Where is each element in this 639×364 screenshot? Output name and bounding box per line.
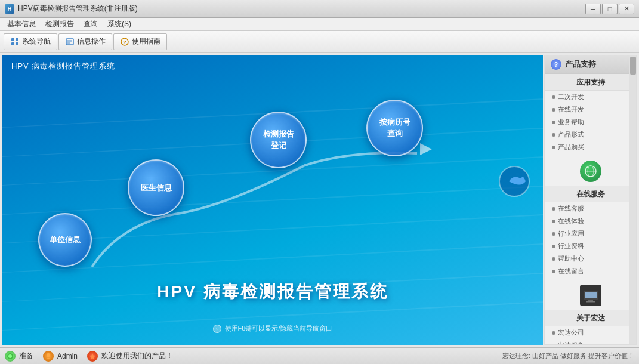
big-title: HPV 病毒检测报告管理系统 <box>2 280 543 303</box>
bottom-message: 宏达理念: 山好产品 做好服务 提升客户价值！ <box>183 351 634 360</box>
hpv-panel: HPV 病毒检测报告管理系统 单位信息 医生信息 检测报告 登记 按病历号 查询 <box>2 55 543 345</box>
link-online-message-label: 在线留言 <box>558 267 584 276</box>
dot-icon <box>552 108 555 112</box>
link-hd-company-label: 宏达公司 <box>558 328 584 337</box>
about-icon <box>580 285 601 306</box>
hint-icon: ○ <box>213 325 221 333</box>
svg-rect-3 <box>16 42 18 45</box>
minimize-button[interactable]: ─ <box>585 4 601 14</box>
online-service-icon <box>580 161 601 182</box>
status-admin: Admin <box>43 351 78 362</box>
dot-icon <box>552 245 555 248</box>
detection-report-label: 检测报告 登记 <box>263 129 294 150</box>
link-online-exp-label: 在线体验 <box>558 217 584 226</box>
info-operation-button[interactable]: 信息操作 <box>58 33 112 50</box>
usage-guide-button[interactable]: ? 使用指南 <box>113 33 167 50</box>
bottom-hint: ○ 使用F8键可以显示/隐藏当前导航窗口 <box>2 324 543 333</box>
svg-point-20 <box>8 354 12 358</box>
toolbar: 系统导航 信息操作 ? 使用指南 <box>0 31 639 53</box>
link-secondary-dev[interactable]: 二次开发 <box>545 91 636 103</box>
svg-rect-18 <box>586 301 595 303</box>
status-ready: 准备 <box>5 351 33 362</box>
link-hd-company[interactable]: 宏达公司 <box>545 326 636 339</box>
menu-item-query[interactable]: 查询 <box>79 18 103 30</box>
svg-point-21 <box>47 353 50 357</box>
link-online-message[interactable]: 在线留言 <box>545 265 636 277</box>
right-panel-title: 产品支持 <box>565 59 596 70</box>
svg-text:?: ? <box>123 39 126 45</box>
menu-item-basic-info[interactable]: 基本信息 <box>2 18 41 30</box>
dot-icon <box>552 331 555 335</box>
svg-rect-0 <box>11 38 14 41</box>
section-online-service-title: 在线服务 <box>545 186 636 202</box>
menu-item-system[interactable]: 系统(S) <box>103 18 136 30</box>
dot-icon <box>552 257 555 261</box>
title-controls: ─ □ ✕ <box>585 4 634 14</box>
link-hd-service-label: 宏达服务 <box>558 341 584 345</box>
svg-rect-1 <box>16 38 18 41</box>
title-bar: H HPV病毒检测报告管理系统(非注册版) ─ □ ✕ <box>0 0 639 18</box>
link-industry-data[interactable]: 行业资料 <box>545 240 636 252</box>
maximize-button[interactable]: □ <box>602 4 618 14</box>
menu-item-detection-report[interactable]: 检测报告 <box>41 18 79 30</box>
doctor-info-circle[interactable]: 医生信息 <box>128 159 184 216</box>
right-panel-header: ? 产品支持 <box>545 55 636 74</box>
svg-rect-16 <box>585 292 597 298</box>
hint-text: 使用F8键可以显示/隐藏当前导航窗口 <box>225 324 333 333</box>
status-welcome: 欢迎使用我们的产品！ <box>87 351 173 362</box>
link-online-dev[interactable]: 在线开发 <box>545 103 636 116</box>
link-online-dev-label: 在线开发 <box>558 105 584 114</box>
link-biz-help[interactable]: 业务帮助 <box>545 116 636 128</box>
arrow-decoration <box>498 165 531 200</box>
dot-icon <box>552 146 555 149</box>
link-product-form[interactable]: 产品形式 <box>545 128 636 141</box>
app-icon: H <box>5 4 14 14</box>
ready-icon <box>5 351 16 362</box>
dot-icon <box>552 121 555 124</box>
link-help-center[interactable]: 帮助中心 <box>545 252 636 265</box>
usage-guide-label: 使用指南 <box>132 36 160 47</box>
link-industry-app-label: 行业应用 <box>558 229 584 238</box>
system-nav-button[interactable]: 系统导航 <box>4 33 57 50</box>
unit-info-circle[interactable]: 单位信息 <box>38 213 92 267</box>
online-service-icon-wrapper <box>545 153 636 186</box>
link-industry-data-label: 行业资料 <box>558 242 584 251</box>
svg-rect-17 <box>588 300 593 301</box>
panel-header: HPV 病毒检测报告管理系统 <box>11 61 115 72</box>
scrollbar[interactable] <box>629 55 636 344</box>
dot-icon <box>552 270 555 273</box>
query-circle[interactable]: 按病历号 查询 <box>366 100 423 156</box>
system-nav-label: 系统导航 <box>22 36 51 47</box>
close-button[interactable]: ✕ <box>619 4 634 14</box>
query-label: 按病历号 查询 <box>379 117 410 138</box>
link-biz-help-label: 业务帮助 <box>558 118 584 127</box>
dot-icon <box>552 232 555 236</box>
dot-icon <box>552 344 555 346</box>
detection-report-circle[interactable]: 检测报告 登记 <box>250 112 307 168</box>
nav-icon <box>10 37 20 47</box>
link-online-cs-label: 在线客服 <box>558 204 584 213</box>
info-operation-label: 信息操作 <box>77 36 106 47</box>
dot-icon <box>552 207 555 211</box>
link-help-center-label: 帮助中心 <box>558 254 584 263</box>
welcome-label: 欢迎使用我们的产品！ <box>101 351 173 361</box>
dot-icon <box>552 133 555 137</box>
link-industry-app[interactable]: 行业应用 <box>545 227 636 240</box>
title-bar-left: H HPV病毒检测报告管理系统(非注册版) <box>5 4 138 14</box>
scrollbar-thumb[interactable] <box>630 57 636 75</box>
ready-label: 准备 <box>19 351 33 361</box>
link-hd-service[interactable]: 宏达服务 <box>545 339 636 345</box>
status-bar: 准备 Admin 欢迎使用我们的产品！ 宏达理念: 山好产品 做好服务 提升客户… <box>0 347 639 364</box>
about-icon-wrapper <box>545 277 636 310</box>
admin-icon <box>43 351 54 362</box>
link-online-exp[interactable]: 在线体验 <box>545 215 636 227</box>
unit-info-label: 单位信息 <box>50 235 81 245</box>
link-product-buy-label: 产品购买 <box>558 143 584 152</box>
admin-label: Admin <box>57 352 78 360</box>
info-icon <box>65 37 75 47</box>
right-panel: ? 产品支持 应用支持 二次开发 在线开发 业务帮助 产品形式 产品购买 <box>544 55 637 345</box>
link-product-buy[interactable]: 产品购买 <box>545 141 636 153</box>
link-online-cs[interactable]: 在线客服 <box>545 202 636 215</box>
support-icon: ? <box>551 59 561 70</box>
dot-icon <box>552 95 555 99</box>
